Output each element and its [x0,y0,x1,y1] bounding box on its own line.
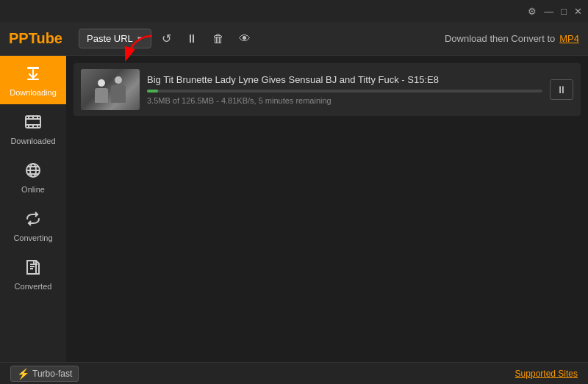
toolbar: PPTube Paste URL ▼ ↺ ⏸ 🗑 👁 Download then… [0,22,588,56]
svg-rect-0 [27,67,39,69]
thumb-image [81,69,140,110]
logo-pp: PP [9,30,29,46]
sidebar-item-online-label: Online [21,185,45,194]
download-icon [24,65,42,85]
svg-rect-1 [27,79,39,80]
dropdown-arrow-icon: ▼ [136,35,143,43]
close-icon[interactable]: ✕ [574,6,582,17]
film-icon [24,113,42,134]
main-layout: Downloading Downloaded [0,56,588,362]
turbo-label: Turbo-fast [32,369,72,379]
content-area: Big Tit Brunette Lady Lyne Gives Sensual… [66,56,588,362]
bottom-bar: ⚡ Turbo-fast Supported Sites [0,362,588,384]
progress-bar-container [147,90,542,93]
turbo-bolt-icon: ⚡ [17,368,29,380]
toolbar-right: Download then Convert to MP4 [445,33,579,44]
sidebar-item-converted-label: Converted [15,282,52,291]
sidebar-item-converted[interactable]: Converted [0,250,66,298]
download-meta: 3.5MB of 126.5MB - 4.81KB/s, 5 minutes r… [147,96,542,105]
thumb-figures [95,76,126,103]
convert-icon [24,210,42,231]
converted-icon [24,258,42,279]
turbo-badge[interactable]: ⚡ Turbo-fast [10,366,79,382]
maximize-icon[interactable]: □ [561,6,567,17]
delete-button[interactable]: 🗑 [208,29,229,48]
sidebar-item-downloading[interactable]: Downloading [0,56,66,104]
sidebar-item-converting[interactable]: Converting [0,201,66,250]
minimize-icon[interactable]: — [544,6,553,17]
sidebar-item-downloaded[interactable]: Downloaded [0,104,66,153]
sidebar-item-downloading-label: Downloading [10,88,57,97]
sidebar-item-downloaded-label: Downloaded [10,137,55,145]
paste-url-button[interactable]: Paste URL ▼ [79,29,151,48]
undo-button[interactable]: ↺ [157,29,176,48]
download-convert-label: Download then Convert to [445,33,555,44]
paste-url-label: Paste URL [87,33,133,44]
settings-icon[interactable]: ⚙ [528,6,537,17]
figure-2 [111,76,126,103]
pause-all-button[interactable]: ⏸ [182,29,202,48]
app-logo: PPTube [9,30,62,47]
sidebar-item-converting-label: Converting [13,233,52,242]
download-item: Big Tit Brunette Lady Lyne Gives Sensual… [74,63,581,116]
pause-button[interactable]: ⏸ [550,79,573,100]
logo-tube: Tube [29,30,62,46]
download-title: Big Tit Brunette Lady Lyne Gives Sensual… [147,74,529,85]
progress-bar [147,90,158,93]
globe-icon [24,162,42,182]
sidebar: Downloading Downloaded [0,56,66,362]
toolbar-left: PPTube Paste URL ▼ ↺ ⏸ 🗑 👁 [9,29,255,48]
video-thumbnail [81,69,140,110]
format-label[interactable]: MP4 [559,33,579,44]
title-bar: ⚙ — □ ✕ [0,0,588,22]
preview-button[interactable]: 👁 [234,29,255,48]
download-info: Big Tit Brunette Lady Lyne Gives Sensual… [147,74,542,105]
figure-1 [95,79,108,103]
sidebar-item-online[interactable]: Online [0,153,66,201]
supported-sites-link[interactable]: Supported Sites [515,369,578,379]
title-bar-controls: ⚙ — □ ✕ [528,6,582,17]
